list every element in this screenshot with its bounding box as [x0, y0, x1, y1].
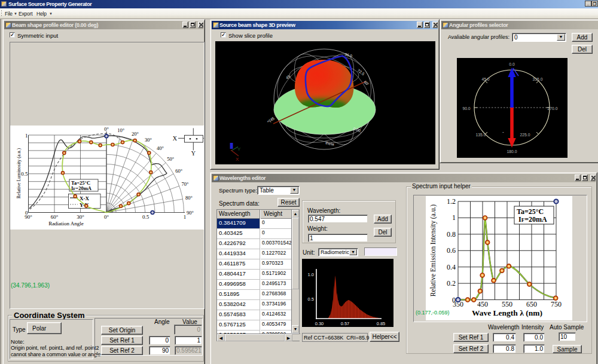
- svg-text:60°: 60°: [175, 168, 182, 174]
- svg-text:1: 1: [25, 133, 28, 139]
- svg-text:Relative Luminosity (a.u.): Relative Luminosity (a.u.): [16, 148, 22, 198]
- svg-text:550: 550: [502, 300, 512, 308]
- svg-text:X: X: [236, 157, 239, 162]
- svg-text:60°: 60°: [51, 214, 59, 220]
- svg-text:72.5: 72.5: [356, 68, 365, 76]
- svg-text:Relative Emission Intensity (a: Relative Emission Intensity (a.u.): [429, 204, 437, 296]
- svg-text:0.00.: 0.00.: [353, 126, 362, 133]
- svg-text:0.85: 0.85: [377, 321, 386, 326]
- svg-text:1.0: 1.0: [308, 272, 314, 277]
- svg-text:40°: 40°: [157, 145, 164, 151]
- svg-text:0.5: 0.5: [21, 171, 28, 177]
- svg-text:Y: Y: [191, 150, 196, 157]
- svg-text:45.0: 45.0: [481, 77, 489, 81]
- svg-text:-: -: [502, 129, 504, 134]
- svg-text:30°: 30°: [145, 137, 152, 143]
- svg-text:Wave Length λ (nm): Wave Length λ (nm): [472, 308, 542, 317]
- svg-text:0.57: 0.57: [341, 321, 350, 326]
- svg-text:90.0: 90.0: [462, 106, 470, 111]
- svg-text:1.2: 1.2: [447, 197, 456, 206]
- svg-text:0°: 0°: [104, 126, 109, 132]
- svg-text:0.5: 0.5: [142, 214, 150, 220]
- svg-text:X-X: X-X: [80, 195, 89, 201]
- svg-text:0.4: 0.4: [447, 263, 456, 271]
- svg-text:X: X: [173, 135, 178, 142]
- svg-text:750: 750: [551, 300, 562, 308]
- svg-text:Ta=25°C: Ta=25°C: [517, 207, 544, 216]
- svg-text:10°: 10°: [117, 127, 124, 133]
- svg-text:0.0: 0.0: [509, 62, 515, 66]
- svg-text:1: 1: [184, 214, 187, 220]
- svg-text:650: 650: [526, 300, 537, 308]
- svg-text:70°: 70°: [182, 181, 189, 187]
- svg-text:180.0: 180.0: [507, 149, 517, 154]
- svg-text:1: 1: [452, 213, 456, 222]
- svg-text:Y: Y: [237, 146, 241, 152]
- svg-text:0.6: 0.6: [447, 246, 456, 255]
- svg-text:20°: 20°: [132, 131, 139, 137]
- svg-text:30°: 30°: [77, 214, 84, 220]
- svg-text:270.0: 270.0: [547, 106, 557, 111]
- svg-text:IF=20mA: IF=20mA: [71, 185, 92, 191]
- svg-text:0.30: 0.30: [315, 321, 324, 326]
- svg-text:225.0: 225.0: [520, 133, 530, 137]
- svg-text:Radiation Angle: Radiation Angle: [48, 221, 84, 227]
- svg-text:theta: theta: [325, 140, 335, 146]
- svg-text:315.0: 315.0: [532, 77, 542, 81]
- svg-text:0.2: 0.2: [447, 279, 456, 287]
- svg-text:45: 45: [285, 74, 291, 80]
- svg-text:IF=20mA: IF=20mA: [518, 215, 547, 224]
- svg-text:90°: 90°: [187, 210, 194, 216]
- svg-text:80°: 80°: [185, 195, 193, 201]
- svg-text:135.0: 135.0: [475, 133, 486, 137]
- svg-text:0°: 0°: [104, 214, 109, 220]
- svg-text:90°: 90°: [25, 214, 32, 220]
- svg-text:0.8: 0.8: [447, 230, 456, 238]
- svg-text:50°: 50°: [167, 156, 174, 162]
- svg-text:450: 450: [477, 300, 488, 308]
- svg-text:0.5: 0.5: [308, 296, 314, 302]
